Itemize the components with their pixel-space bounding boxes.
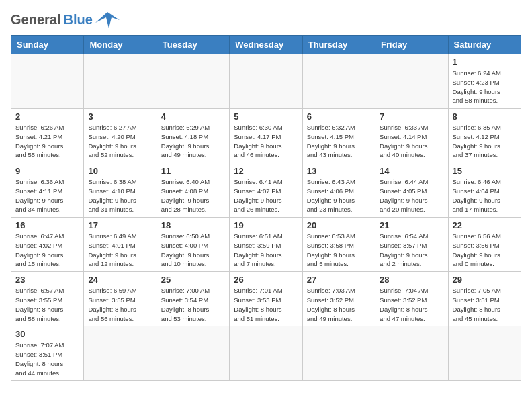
day-number: 20 — [307, 220, 371, 230]
day-info: Sunrise: 6:43 AM Sunset: 4:06 PM Dayligh… — [307, 177, 371, 214]
calendar-cell: 29Sunrise: 7:05 AM Sunset: 3:51 PM Dayli… — [448, 272, 521, 326]
day-info: Sunrise: 6:56 AM Sunset: 3:56 PM Dayligh… — [453, 232, 517, 269]
day-info: Sunrise: 6:41 AM Sunset: 4:07 PM Dayligh… — [234, 177, 298, 214]
calendar-cell — [157, 326, 229, 381]
day-number: 15 — [453, 166, 517, 176]
weekday-header-friday: Friday — [375, 36, 448, 54]
day-number: 7 — [380, 111, 443, 122]
weekday-header-tuesday: Tuesday — [157, 36, 229, 54]
calendar-cell — [302, 326, 375, 381]
day-number: 12 — [234, 166, 298, 176]
day-info: Sunrise: 6:32 AM Sunset: 4:15 PM Dayligh… — [307, 123, 371, 160]
svg-marker-0 — [95, 12, 120, 28]
day-info: Sunrise: 6:50 AM Sunset: 4:00 PM Dayligh… — [161, 232, 225, 269]
calendar-header-row: SundayMondayTuesdayWednesdayThursdayFrid… — [11, 36, 521, 54]
weekday-header-wednesday: Wednesday — [230, 36, 302, 54]
calendar-week-row: 1Sunrise: 6:24 AM Sunset: 4:23 PM Daylig… — [11, 54, 521, 109]
logo-general-text: General — [11, 12, 60, 28]
day-number: 9 — [15, 166, 79, 176]
day-info: Sunrise: 7:01 AM Sunset: 3:53 PM Dayligh… — [234, 286, 298, 323]
day-number: 14 — [380, 166, 443, 176]
calendar-cell — [11, 54, 84, 109]
day-number: 6 — [307, 111, 371, 122]
logo-bird-icon — [95, 11, 120, 28]
calendar-cell: 19Sunrise: 6:51 AM Sunset: 3:59 PM Dayli… — [230, 218, 302, 272]
calendar-cell: 22Sunrise: 6:56 AM Sunset: 3:56 PM Dayli… — [448, 218, 521, 272]
day-info: Sunrise: 6:51 AM Sunset: 3:59 PM Dayligh… — [234, 232, 298, 269]
weekday-header-sunday: Sunday — [11, 36, 84, 54]
calendar-cell: 14Sunrise: 6:44 AM Sunset: 4:05 PM Dayli… — [375, 163, 448, 218]
day-info: Sunrise: 6:46 AM Sunset: 4:04 PM Dayligh… — [453, 177, 517, 214]
calendar-week-row: 9Sunrise: 6:36 AM Sunset: 4:11 PM Daylig… — [11, 163, 521, 218]
day-info: Sunrise: 7:00 AM Sunset: 3:54 PM Dayligh… — [161, 286, 225, 323]
calendar-cell: 23Sunrise: 6:57 AM Sunset: 3:55 PM Dayli… — [11, 272, 84, 326]
weekday-header-saturday: Saturday — [448, 36, 521, 54]
calendar-cell: 8Sunrise: 6:35 AM Sunset: 4:12 PM Daylig… — [448, 109, 521, 163]
weekday-header-monday: Monday — [84, 36, 157, 54]
day-number: 28 — [380, 275, 443, 285]
calendar-cell: 24Sunrise: 6:59 AM Sunset: 3:55 PM Dayli… — [84, 272, 157, 326]
calendar-cell: 5Sunrise: 6:30 AM Sunset: 4:17 PM Daylig… — [230, 109, 302, 163]
day-number: 22 — [453, 220, 517, 230]
day-number: 5 — [234, 111, 298, 122]
calendar-cell: 12Sunrise: 6:41 AM Sunset: 4:07 PM Dayli… — [230, 163, 302, 218]
day-info: Sunrise: 6:59 AM Sunset: 3:55 PM Dayligh… — [88, 286, 152, 323]
day-info: Sunrise: 7:05 AM Sunset: 3:51 PM Dayligh… — [453, 286, 517, 323]
day-number: 1 — [453, 57, 517, 67]
day-number: 26 — [234, 275, 298, 285]
day-number: 18 — [161, 220, 225, 230]
day-number: 27 — [307, 275, 371, 285]
day-number: 3 — [88, 111, 152, 122]
calendar-cell: 3Sunrise: 6:27 AM Sunset: 4:20 PM Daylig… — [84, 109, 157, 163]
day-info: Sunrise: 6:57 AM Sunset: 3:55 PM Dayligh… — [15, 286, 79, 323]
weekday-header-thursday: Thursday — [302, 36, 375, 54]
logo-blue-text: Blue — [63, 12, 92, 28]
calendar-cell: 10Sunrise: 6:38 AM Sunset: 4:10 PM Dayli… — [84, 163, 157, 218]
calendar-cell — [448, 326, 521, 381]
calendar-week-row: 16Sunrise: 6:47 AM Sunset: 4:02 PM Dayli… — [11, 218, 521, 272]
calendar-cell: 20Sunrise: 6:53 AM Sunset: 3:58 PM Dayli… — [302, 218, 375, 272]
day-number: 25 — [161, 275, 225, 285]
calendar-table: SundayMondayTuesdayWednesdayThursdayFrid… — [11, 35, 521, 381]
calendar-cell: 30Sunrise: 7:07 AM Sunset: 3:51 PM Dayli… — [11, 326, 84, 381]
calendar-cell: 13Sunrise: 6:43 AM Sunset: 4:06 PM Dayli… — [302, 163, 375, 218]
calendar-cell: 1Sunrise: 6:24 AM Sunset: 4:23 PM Daylig… — [448, 54, 521, 109]
day-info: Sunrise: 6:40 AM Sunset: 4:08 PM Dayligh… — [161, 177, 225, 214]
day-info: Sunrise: 6:27 AM Sunset: 4:20 PM Dayligh… — [88, 123, 152, 160]
day-number: 30 — [15, 329, 79, 339]
calendar-cell: 4Sunrise: 6:29 AM Sunset: 4:18 PM Daylig… — [157, 109, 229, 163]
calendar-cell: 21Sunrise: 6:54 AM Sunset: 3:57 PM Dayli… — [375, 218, 448, 272]
day-number: 13 — [307, 166, 371, 176]
calendar-cell — [302, 54, 375, 109]
day-number: 24 — [88, 275, 152, 285]
calendar-cell: 17Sunrise: 6:49 AM Sunset: 4:01 PM Dayli… — [84, 218, 157, 272]
day-number: 17 — [88, 220, 152, 230]
day-number: 29 — [453, 275, 517, 285]
day-info: Sunrise: 6:54 AM Sunset: 3:57 PM Dayligh… — [380, 232, 443, 269]
calendar-cell — [375, 54, 448, 109]
day-info: Sunrise: 6:35 AM Sunset: 4:12 PM Dayligh… — [453, 123, 517, 160]
calendar-cell — [375, 326, 448, 381]
page-header: General Blue — [11, 11, 521, 28]
calendar-cell — [230, 326, 302, 381]
calendar-cell: 25Sunrise: 7:00 AM Sunset: 3:54 PM Dayli… — [157, 272, 229, 326]
day-info: Sunrise: 6:36 AM Sunset: 4:11 PM Dayligh… — [15, 177, 79, 214]
day-info: Sunrise: 6:29 AM Sunset: 4:18 PM Dayligh… — [161, 123, 225, 160]
day-info: Sunrise: 6:30 AM Sunset: 4:17 PM Dayligh… — [234, 123, 298, 160]
calendar-cell — [84, 54, 157, 109]
day-number: 11 — [161, 166, 225, 176]
logo: General Blue — [11, 11, 120, 28]
calendar-cell: 26Sunrise: 7:01 AM Sunset: 3:53 PM Dayli… — [230, 272, 302, 326]
calendar-cell — [84, 326, 157, 381]
calendar-cell: 7Sunrise: 6:33 AM Sunset: 4:14 PM Daylig… — [375, 109, 448, 163]
day-info: Sunrise: 6:24 AM Sunset: 4:23 PM Dayligh… — [453, 68, 517, 105]
calendar-cell: 27Sunrise: 7:03 AM Sunset: 3:52 PM Dayli… — [302, 272, 375, 326]
calendar-cell: 16Sunrise: 6:47 AM Sunset: 4:02 PM Dayli… — [11, 218, 84, 272]
day-number: 23 — [15, 275, 79, 285]
day-number: 10 — [88, 166, 152, 176]
day-info: Sunrise: 6:44 AM Sunset: 4:05 PM Dayligh… — [380, 177, 443, 214]
day-info: Sunrise: 6:38 AM Sunset: 4:10 PM Dayligh… — [88, 177, 152, 214]
calendar-cell: 18Sunrise: 6:50 AM Sunset: 4:00 PM Dayli… — [157, 218, 229, 272]
day-number: 19 — [234, 220, 298, 230]
calendar-week-row: 23Sunrise: 6:57 AM Sunset: 3:55 PM Dayli… — [11, 272, 521, 326]
